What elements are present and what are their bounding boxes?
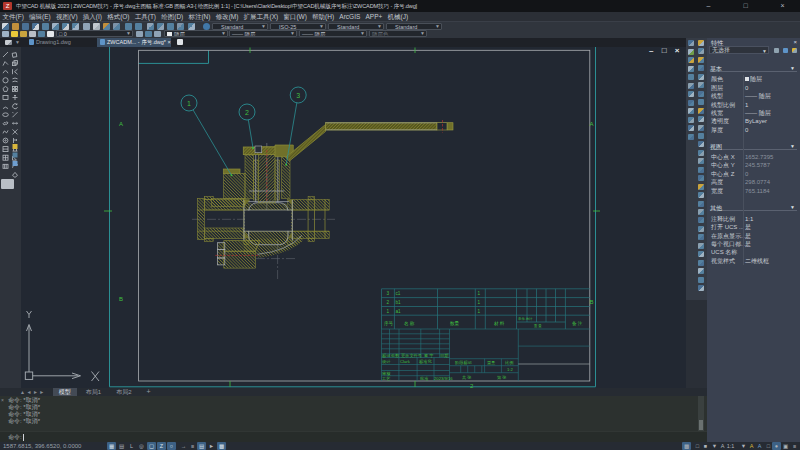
svg-text:备 注: 备 注 [572,321,583,326]
svg-text:签 字: 签 字 [424,353,434,358]
svg-text:更改文件号: 更改文件号 [401,353,423,358]
svg-text:序号: 序号 [384,321,394,326]
svg-text:B: B [590,299,594,305]
svg-text:标准化: 标准化 [419,359,432,365]
svg-text:3: 3 [296,92,300,99]
svg-text:重 量: 重 量 [534,323,542,328]
svg-text:A: A [590,121,594,127]
svg-text:1: 1 [478,300,481,305]
svg-text:1: 1 [187,100,191,107]
svg-text:a1: a1 [396,309,402,314]
svg-text:比例: 比例 [505,360,513,366]
svg-text:名 称: 名 称 [404,321,415,326]
svg-text:3: 3 [387,291,390,296]
svg-text:A: A [119,121,123,127]
svg-text:阶段标记: 阶段标记 [455,360,473,366]
svg-text:1: 1 [478,291,481,296]
svg-text:处数: 处数 [391,353,400,358]
svg-text:数量: 数量 [450,321,460,326]
svg-text:1:2: 1:2 [507,367,513,372]
svg-text:b1: b1 [396,300,402,305]
svg-text:材 料: 材 料 [493,321,505,327]
svg-text:设计: 设计 [382,359,391,364]
svg-text:2023/9/16: 2023/9/16 [434,376,453,381]
svg-text:1: 1 [478,309,481,314]
svg-text:2: 2 [245,109,249,116]
svg-text:审核: 审核 [382,371,391,376]
svg-text:共 张: 共 张 [462,375,472,380]
svg-text:批准: 批准 [419,376,429,381]
svg-text:日期: 日期 [440,353,448,358]
svg-text:单件 总计: 单件 总计 [518,317,533,321]
svg-text:工艺: 工艺 [381,376,391,381]
svg-text:1: 1 [387,309,390,314]
svg-text:重量: 重量 [487,360,495,365]
svg-text:第 张: 第 张 [497,375,507,380]
svg-text:c1: c1 [396,291,401,296]
svg-text:Clark: Clark [400,359,411,364]
svg-text:B: B [119,296,123,302]
svg-text:2: 2 [387,300,390,305]
